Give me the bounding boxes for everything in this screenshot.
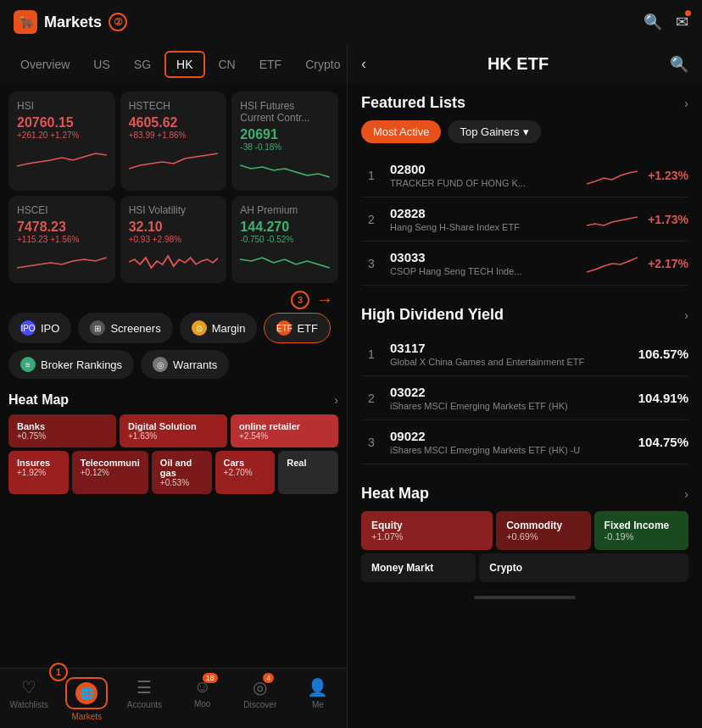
discover-badge-container: ◎ 4	[253, 677, 267, 697]
card-hsi-change: +261.20 +1.27%	[17, 131, 107, 140]
ipo-icon: IPO	[20, 320, 36, 336]
dividend-info-09022: 09022 iShares MSCI Emerging Markets ETF …	[382, 429, 638, 455]
card-hsi-futures[interactable]: HSI Futures Current Contr... 20691 -38 -…	[231, 92, 338, 191]
filter-tabs: Most Active Top Gainers ▾	[361, 120, 688, 143]
rh-cell-crypto[interactable]: Crypto	[479, 553, 688, 582]
card-hstech-chart	[129, 145, 219, 170]
right-search-button[interactable]: 🔍	[670, 55, 688, 74]
card-hscei[interactable]: HSCEI 7478.23 +115.23 +1.56%	[8, 196, 115, 283]
card-ah-premium[interactable]: AH Premium 144.270 -0.750 -0.52%	[231, 196, 338, 283]
filter-most-active[interactable]: Most Active	[361, 120, 441, 143]
stock-info-03033: 03033 CSOP Hang Seng TECH Inde...	[382, 250, 587, 276]
rh-cell-money-markt[interactable]: Money Markt	[361, 553, 476, 582]
me-icon: 👤	[307, 677, 328, 697]
heatmap-cell-telecom[interactable]: Telecommuni +0.12%	[72, 451, 148, 494]
card-hsi-vol[interactable]: HSI Volatility 32.10 +0.93 +2.98%	[120, 196, 227, 283]
stock-rank-3: 3	[361, 257, 382, 270]
rh-cell-equity[interactable]: Equity +1.07%	[361, 511, 493, 550]
search-button[interactable]: 🔍	[644, 13, 662, 31]
right-heatmap-see-more[interactable]: ›	[684, 487, 688, 501]
card-hsi-vol-title: HSI Volatility	[129, 204, 219, 216]
dividend-name-03117: Global X China Games and Entertainment E…	[390, 357, 630, 367]
broker-rankings-button[interactable]: ≡ Broker Rankings	[8, 350, 134, 379]
stock-name-02828: Hang Seng H-Share Index ETF	[390, 222, 578, 232]
stock-change-02828: +1.73%	[638, 213, 688, 226]
high-dividend-title: High Dividend Yield	[361, 306, 504, 324]
dividend-list: 1 03117 Global X China Games and Enterta…	[361, 332, 688, 464]
heatmap-see-more[interactable]: ›	[334, 393, 338, 407]
heatmap-cell-oil-gas[interactable]: Oil and gas +0.53%	[152, 451, 212, 494]
card-hscei-value: 7478.23	[17, 220, 107, 235]
card-hstech[interactable]: HSTECH 4605.62 +83.99 +1.86%	[120, 92, 227, 191]
dividend-pct-03022: 104.91%	[638, 391, 688, 405]
right-heatmap-grid: Equity +1.07% Commodity +0.69% Fixed Inc…	[361, 511, 688, 582]
tab-hk[interactable]: HK	[164, 51, 204, 78]
left-panel: Overview US SG HK CN ETF Crypto Fund HSI…	[0, 44, 348, 728]
featured-stock-list: 1 02800 TRACKER FUND OF HONG K... +1.23%…	[361, 153, 688, 286]
dropdown-arrow: ▾	[523, 125, 529, 138]
heatmap-cell-cars[interactable]: Cars +2.70%	[215, 451, 276, 494]
watchlists-icon: ♡	[21, 677, 36, 697]
tab-cn[interactable]: CN	[209, 53, 246, 76]
stock-item-02828[interactable]: 2 02828 Hang Seng H-Share Index ETF +1.7…	[361, 197, 688, 242]
dividend-pct-03117: 106.57%	[638, 347, 688, 361]
tab-us[interactable]: US	[83, 53, 120, 76]
featured-see-more[interactable]: ›	[684, 97, 688, 110]
stock-item-02800[interactable]: 1 02800 TRACKER FUND OF HONG K... +1.23%	[361, 153, 688, 197]
header-left: 🐂 Markets ②	[14, 10, 644, 34]
screeners-button[interactable]: ⊞ Screeners	[78, 313, 172, 343]
warrants-button[interactable]: ◎ Warrants	[141, 350, 229, 379]
stock-chart-03033	[587, 251, 638, 276]
stock-item-03033[interactable]: 3 03033 CSOP Hang Seng TECH Inde... +2.1…	[361, 242, 688, 286]
high-dividend-header: High Dividend Yield ›	[361, 306, 688, 324]
stock-change-02800: +1.23%	[638, 169, 688, 182]
back-button[interactable]: ‹	[361, 55, 366, 73]
heatmap-cell-insures[interactable]: Insures +1.92%	[8, 451, 69, 494]
markets-label: Markets	[71, 712, 102, 721]
nav-markets[interactable]: 🌐 Markets	[58, 674, 115, 725]
etf-label: ETF	[297, 322, 318, 335]
card-hsi-chart	[17, 145, 107, 170]
margin-button[interactable]: ⊙ Margin	[180, 313, 258, 343]
dividend-info-03022: 03022 iShares MSCI Emerging Markets ETF …	[382, 385, 638, 411]
app-header: 🐂 Markets ② 🔍 ✉	[0, 0, 702, 44]
heatmap-cell-banks[interactable]: Banks +0.75%	[8, 414, 116, 447]
card-ah-premium-value: 144.270	[240, 220, 330, 235]
dividend-name-03022: iShares MSCI Emerging Markets ETF (HK)	[390, 401, 630, 411]
heatmap-cell-online-retailer[interactable]: online retailer +2.54%	[231, 414, 338, 447]
heatmap-cell-digital[interactable]: Digital Solution +1.63%	[120, 414, 227, 447]
circle-1-badge: 1	[49, 663, 68, 681]
tab-etf[interactable]: ETF	[249, 53, 292, 76]
dividend-item-09022[interactable]: 3 09022 iShares MSCI Emerging Markets ET…	[361, 420, 688, 464]
nav-watchlists[interactable]: ♡ Watchlists	[0, 674, 58, 725]
mail-notification-dot	[685, 10, 691, 16]
tab-sg[interactable]: SG	[124, 53, 161, 76]
high-dividend-section: High Dividend Yield › 1 03117 Global X C…	[348, 296, 702, 475]
heatmap-left-header: Heat Map ›	[8, 392, 338, 408]
app-title: Markets	[44, 14, 102, 31]
heatmap-cell-real[interactable]: Real	[278, 451, 338, 494]
card-hsi[interactable]: HSI 20760.15 +261.20 +1.27%	[8, 92, 115, 191]
tab-crypto[interactable]: Crypto	[295, 53, 347, 76]
etf-button[interactable]: ETF ETF	[264, 313, 331, 343]
nav-discover[interactable]: ◎ 4 Discover	[231, 674, 289, 725]
dividend-code-03117: 03117	[390, 341, 630, 355]
nav-me[interactable]: 👤 Me	[289, 674, 347, 725]
nav-accounts[interactable]: ☰ Accounts	[115, 674, 173, 725]
rh-cell-fixed-income[interactable]: Fixed Income -0.19%	[594, 511, 688, 550]
mail-button[interactable]: ✉	[676, 13, 688, 31]
filter-top-gainers[interactable]: Top Gainers ▾	[448, 120, 540, 143]
dividend-rank-2: 2	[361, 392, 382, 405]
high-dividend-see-more[interactable]: ›	[684, 308, 688, 322]
tab-overview[interactable]: Overview	[10, 53, 80, 76]
stock-chart-02828	[587, 207, 638, 232]
heatmap-left-grid: Banks +0.75% Digital Solution +1.63% onl…	[8, 414, 338, 494]
nav-moo[interactable]: ☺ 18 Moo	[174, 674, 231, 725]
rh-cell-commodity[interactable]: Commodity +0.69%	[496, 511, 590, 550]
ipo-button[interactable]: IPO IPO	[8, 313, 71, 343]
dividend-item-03022[interactable]: 2 03022 iShares MSCI Emerging Markets ET…	[361, 376, 688, 420]
screeners-icon: ⊞	[90, 320, 105, 336]
dividend-item-03117[interactable]: 1 03117 Global X China Games and Enterta…	[361, 332, 688, 376]
right-heatmap-title: Heat Map	[361, 485, 429, 503]
card-ah-premium-change: -0.750 -0.52%	[240, 235, 330, 244]
